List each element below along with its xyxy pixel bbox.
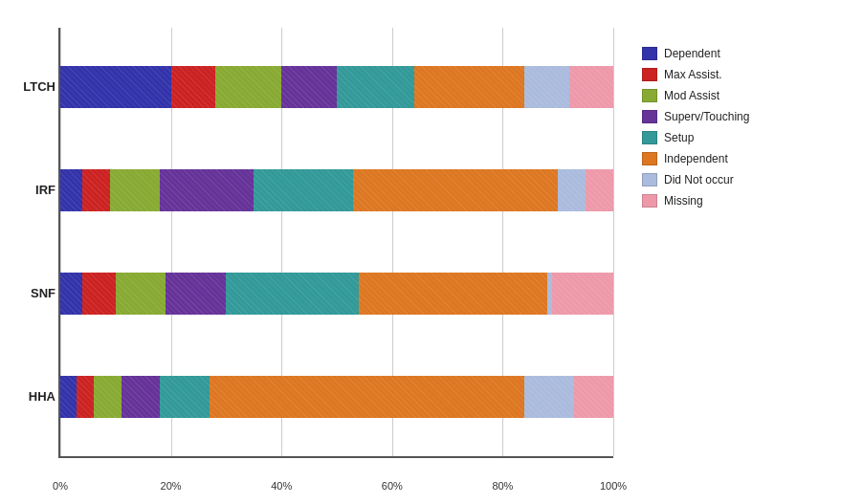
segment-didNotOccur <box>524 376 574 418</box>
segment-supervTouching <box>166 273 227 315</box>
segment-independent <box>414 66 525 108</box>
legend-swatch-didNotOccur <box>642 173 657 186</box>
segment-independent <box>353 169 558 211</box>
segment-dependent <box>60 376 77 418</box>
bar-row-irf: IRF <box>60 162 613 219</box>
segment-setup <box>160 376 210 418</box>
legend-swatch-missing <box>642 194 657 208</box>
legend-item-modAssist: Mod Assist <box>642 89 805 102</box>
legend-swatch-independent <box>642 152 657 165</box>
legend-item-missing: Missing <box>642 194 805 208</box>
legend-label-maxAssist: Max Assist. <box>664 68 722 81</box>
bar-label-ltch: LTCH <box>8 79 55 94</box>
segment-maxAssist <box>82 273 116 315</box>
segment-supervTouching <box>122 376 160 418</box>
legend-item-setup: Setup <box>642 131 805 144</box>
segment-independent <box>359 273 547 315</box>
legend-swatch-maxAssist <box>642 68 657 81</box>
x-label-100%: 100% <box>600 480 627 492</box>
segment-missing <box>574 376 612 418</box>
bar-row-snf: SNF <box>60 265 613 322</box>
segment-maxAssist <box>77 376 93 418</box>
bar-stack-snf <box>60 273 613 315</box>
chart-area: LTCHIRFSNFHHA 0%20%40%60%80%100% <box>11 18 623 487</box>
legend-label-setup: Setup <box>664 131 694 144</box>
bar-stack-hha <box>60 376 613 418</box>
bar-label-hha: HHA <box>8 389 55 404</box>
legend-label-dependent: Dependent <box>664 47 720 60</box>
legend-label-supervTouching: Superv/Touching <box>664 110 749 123</box>
bar-stack-irf <box>60 169 613 211</box>
segment-supervTouching <box>281 66 337 108</box>
x-label-0%: 0% <box>53 480 68 492</box>
legend: DependentMax Assist.Mod AssistSuperv/Tou… <box>623 18 805 208</box>
x-label-60%: 60% <box>382 480 403 492</box>
segment-dependent <box>60 66 171 108</box>
segment-setup <box>226 273 359 315</box>
x-label-40%: 40% <box>271 480 292 492</box>
segment-maxAssist <box>82 169 110 211</box>
legend-label-modAssist: Mod Assist <box>664 89 719 102</box>
legend-item-supervTouching: Superv/Touching <box>642 110 805 123</box>
legend-swatch-dependent <box>642 47 657 60</box>
segment-dependent <box>60 273 82 315</box>
segment-modAssist <box>116 273 166 315</box>
legend-item-independent: Independent <box>642 152 805 165</box>
segment-setup <box>254 169 353 211</box>
bar-row-ltch: LTCH <box>60 58 613 116</box>
segment-independent <box>210 376 524 418</box>
x-label-80%: 80% <box>492 480 513 492</box>
bar-row-hha: HHA <box>60 368 613 426</box>
bar-label-snf: SNF <box>8 286 55 300</box>
segment-supervTouching <box>160 169 254 211</box>
legend-swatch-modAssist <box>642 89 657 102</box>
bar-stack-ltch <box>60 66 613 108</box>
chart-inner: LTCHIRFSNFHHA 0%20%40%60%80%100% <box>58 28 613 458</box>
grid-line-100 <box>613 28 614 456</box>
x-label-20%: 20% <box>161 480 182 492</box>
bars-area: LTCHIRFSNFHHA <box>60 28 613 456</box>
segment-modAssist <box>94 376 122 418</box>
legend-swatch-supervTouching <box>642 110 657 123</box>
bar-label-irf: IRF <box>8 183 55 197</box>
legend-label-independent: Independent <box>664 152 728 165</box>
segment-didNotOccur <box>524 66 568 108</box>
segment-setup <box>337 66 414 108</box>
legend-item-didNotOccur: Did Not occur <box>642 173 805 186</box>
legend-item-dependent: Dependent <box>642 47 805 60</box>
segment-maxAssist <box>171 66 215 108</box>
segment-didNotOccur <box>558 169 586 211</box>
segment-missing <box>586 169 613 211</box>
segment-modAssist <box>110 169 160 211</box>
segment-missing <box>552 273 613 315</box>
segment-missing <box>569 66 613 108</box>
chart-container: LTCHIRFSNFHHA 0%20%40%60%80%100% Depende… <box>11 9 852 496</box>
legend-label-didNotOccur: Did Not occur <box>664 173 734 186</box>
legend-label-missing: Missing <box>664 194 703 208</box>
segment-dependent <box>60 169 82 211</box>
segment-modAssist <box>215 66 281 108</box>
legend-swatch-setup <box>642 131 657 144</box>
legend-item-maxAssist: Max Assist. <box>642 68 805 81</box>
